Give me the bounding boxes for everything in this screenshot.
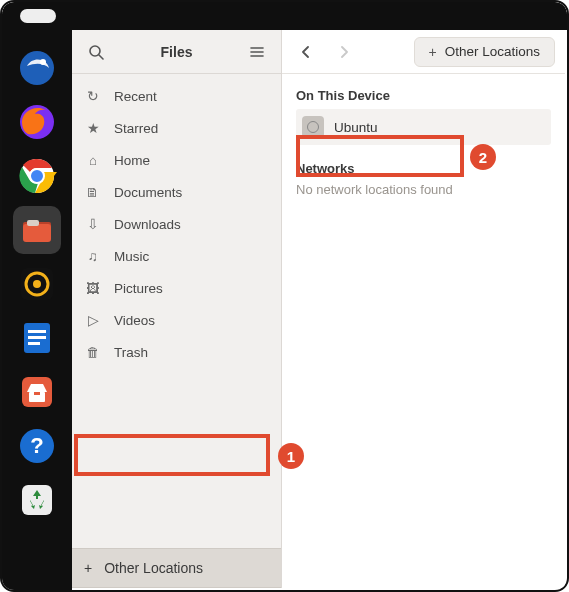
location-pill[interactable]: + Other Locations <box>414 37 556 67</box>
svg-rect-22 <box>22 485 52 515</box>
volume-ubuntu[interactable]: Ubuntu <box>296 109 551 145</box>
sidebar-list: ↻Recent ★Starred ⌂Home 🗎Documents ⇩Downl… <box>72 74 281 540</box>
main-body: On This Device Ubuntu Networks No networ… <box>282 74 565 207</box>
sidebar-item-label: Recent <box>114 89 157 104</box>
music-icon: ♫ <box>84 249 102 264</box>
networks-empty-text: No network locations found <box>296 182 551 197</box>
svg-rect-16 <box>28 342 40 345</box>
svg-point-0 <box>20 51 54 85</box>
sidebar-item-label: Documents <box>114 185 182 200</box>
svg-rect-8 <box>23 224 51 242</box>
plus-icon: + <box>429 44 437 60</box>
videos-icon: ▷ <box>84 312 102 328</box>
nav-back-button[interactable] <box>292 38 320 66</box>
svg-rect-9 <box>27 220 39 226</box>
dock-software[interactable] <box>13 368 61 416</box>
sidebar-item-music[interactable]: ♫Music <box>72 240 281 272</box>
search-button[interactable] <box>84 40 108 64</box>
svg-rect-19 <box>34 392 40 395</box>
trash-icon: 🗑 <box>84 345 102 360</box>
clock-icon: ↻ <box>84 88 102 104</box>
sidebar-item-videos[interactable]: ▷Videos <box>72 304 281 336</box>
chevron-left-icon <box>300 46 312 58</box>
dock: ? <box>2 30 72 590</box>
chevron-right-icon <box>338 46 350 58</box>
svg-line-24 <box>99 55 103 59</box>
sidebar-item-label: Downloads <box>114 217 181 232</box>
dock-libreoffice[interactable] <box>13 314 61 362</box>
recycle-icon <box>17 480 57 520</box>
sidebar-item-recent[interactable]: ↻Recent <box>72 80 281 112</box>
svg-point-12 <box>33 280 41 288</box>
svg-text:?: ? <box>30 433 43 458</box>
libreoffice-icon <box>17 318 57 358</box>
sidebar-item-label: Music <box>114 249 149 264</box>
sidebar-item-label: Starred <box>114 121 158 136</box>
menu-icon <box>249 44 265 60</box>
home-icon: ⌂ <box>84 153 102 168</box>
nav-forward-button[interactable] <box>330 38 358 66</box>
location-label: Other Locations <box>445 44 540 59</box>
sidebar-item-label: Trash <box>114 345 148 360</box>
help-icon: ? <box>17 426 57 466</box>
firefox-icon <box>17 102 57 142</box>
dock-firefox[interactable] <box>13 98 61 146</box>
chrome-icon <box>17 156 57 196</box>
sidebar-header: Files <box>72 30 281 74</box>
star-icon: ★ <box>84 120 102 136</box>
topbar-activities-pill[interactable] <box>20 9 56 23</box>
sidebar-item-downloads[interactable]: ⇩Downloads <box>72 208 281 240</box>
networks-section-label: Networks <box>296 161 551 176</box>
device-section-label: On This Device <box>296 88 551 103</box>
dock-files[interactable] <box>13 206 61 254</box>
sidebar: Files ↻Recent ★Starred ⌂Home 🗎Documents … <box>72 30 282 588</box>
svg-point-1 <box>40 59 46 65</box>
sidebar-item-label: Home <box>114 153 150 168</box>
sidebar-other-locations[interactable]: + Other Locations <box>72 548 281 588</box>
hdd-icon <box>302 116 324 138</box>
screen: ? Files ↻Recent ★Starred ⌂Home 🗎Document… <box>0 0 569 592</box>
speaker-icon <box>17 264 57 304</box>
pictures-icon: 🖼 <box>84 281 102 296</box>
sidebar-item-label: Pictures <box>114 281 163 296</box>
downloads-icon: ⇩ <box>84 216 102 232</box>
main-pane: + Other Locations On This Device Ubuntu … <box>282 30 565 588</box>
gnome-topbar <box>2 2 567 30</box>
documents-icon: 🗎 <box>84 185 102 200</box>
dock-trash[interactable] <box>13 476 61 524</box>
sidebar-item-home[interactable]: ⌂Home <box>72 144 281 176</box>
sidebar-item-label: Other Locations <box>104 560 203 576</box>
volume-name: Ubuntu <box>334 120 378 135</box>
thunderbird-icon <box>17 48 57 88</box>
dock-thunderbird[interactable] <box>13 44 61 92</box>
plus-icon: + <box>84 560 92 576</box>
sidebar-item-trash[interactable]: 🗑Trash <box>72 336 281 368</box>
files-icon <box>17 210 57 250</box>
files-window: Files ↻Recent ★Starred ⌂Home 🗎Documents … <box>72 30 565 588</box>
sidebar-item-starred[interactable]: ★Starred <box>72 112 281 144</box>
dock-rhythmbox[interactable] <box>13 260 61 308</box>
dock-chrome[interactable] <box>13 152 61 200</box>
sidebar-item-pictures[interactable]: 🖼Pictures <box>72 272 281 304</box>
software-icon <box>17 372 57 412</box>
app-title: Files <box>161 44 193 60</box>
search-icon <box>88 44 104 60</box>
hamburger-menu[interactable] <box>245 40 269 64</box>
sidebar-item-documents[interactable]: 🗎Documents <box>72 176 281 208</box>
main-header: + Other Locations <box>282 30 565 74</box>
dock-help[interactable]: ? <box>13 422 61 470</box>
svg-rect-14 <box>28 330 46 333</box>
svg-rect-15 <box>28 336 46 339</box>
sidebar-item-label: Videos <box>114 313 155 328</box>
